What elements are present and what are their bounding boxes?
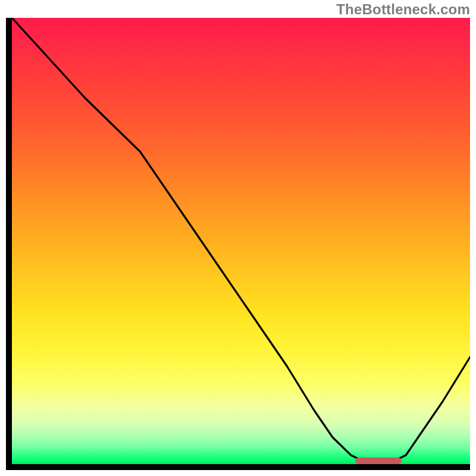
optimum-marker bbox=[356, 458, 402, 464]
watermark-label: TheBottleneck.com bbox=[336, 1, 470, 18]
bottleneck-chart: TheBottleneck.com bbox=[0, 0, 476, 476]
curve-layer bbox=[12, 18, 470, 464]
plot-area bbox=[12, 18, 470, 464]
bottleneck-curve bbox=[12, 18, 470, 464]
